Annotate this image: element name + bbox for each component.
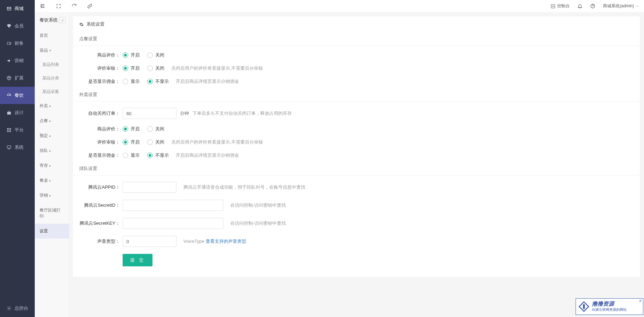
sub-item-ordering[interactable]: 点餐▸ — [35, 113, 69, 128]
control-icon — [551, 4, 555, 9]
row-takeout-product-review: 商品评价： 开启 关闭 — [73, 122, 640, 136]
sidebar-item-catering[interactable]: 餐饮 — [0, 87, 35, 104]
content-area: 系统设置 点餐设置 商品评价： 开启 关闭 评价审核： 开启 关闭 关闭后用户的… — [69, 12, 644, 317]
refresh-icon[interactable] — [72, 3, 77, 9]
form-hint: 在访问控制-访问密钥中查找 — [230, 202, 286, 208]
row-queue-appid: 腾讯云APPID： 腾讯云开通语音合成功能，用于排队叫号，在账号信息中查找 — [73, 178, 640, 196]
secretkey-input[interactable] — [123, 218, 223, 229]
auto-close-input[interactable] — [123, 108, 176, 119]
radio-show[interactable]: 显示 — [123, 78, 140, 85]
svg-rect-6 — [9, 130, 11, 132]
sidebar-item-system[interactable]: 系统 — [0, 139, 35, 156]
radio-open[interactable]: 开启 — [123, 139, 140, 145]
sub-item-print[interactable]: 餐厅区域打印 — [35, 203, 69, 224]
voicetype-input[interactable] — [123, 236, 176, 247]
fullscreen-icon[interactable] — [56, 3, 61, 9]
section-takeout-title: 外卖设置 — [73, 88, 640, 102]
sidebar-item-main-console[interactable]: 总控台 — [0, 300, 35, 317]
sidebar-item-label: 商城 — [15, 6, 24, 12]
voicetype-link[interactable]: 查看支持的声音类型 — [206, 239, 246, 244]
sub-item-promo[interactable]: 营销▸ — [35, 188, 69, 203]
sub-item-label: 菜品 — [40, 48, 48, 53]
section-queue-title: 排队设置 — [73, 162, 640, 175]
radio-icon — [123, 52, 128, 58]
sub-subitem-dish-list[interactable]: 菜品列表 — [35, 58, 69, 71]
sidebar-item-label: 营销 — [15, 58, 24, 64]
row-queue-secretid: 腾讯云SecretID： 在访问控制-访问密钥中查找 — [73, 196, 640, 214]
radio-icon — [147, 79, 153, 84]
form-label: 腾讯云SecretID： — [79, 202, 123, 208]
radio-open[interactable]: 开启 — [123, 126, 140, 132]
grid-icon — [6, 127, 12, 133]
mail-icon — [6, 6, 12, 11]
sub-item-label: 设置 — [40, 228, 48, 234]
sub-item-reservation[interactable]: 预定▸ — [35, 128, 69, 143]
radio-icon — [147, 153, 153, 158]
radio-icon — [123, 153, 128, 158]
watermark-title: 撸撸资源 — [592, 301, 627, 307]
radio-label: 开启 — [131, 52, 140, 58]
svg-rect-12 — [583, 304, 585, 309]
radio-show[interactable]: 显示 — [123, 152, 140, 158]
radio-close[interactable]: 关闭 — [147, 52, 164, 58]
sidebar-item-design[interactable]: 设计 — [0, 104, 35, 121]
sub-item-label: 排队 — [40, 148, 48, 154]
settings-panel: 系统设置 点餐设置 商品评价： 开启 关闭 评价审核： 开启 关闭 关闭后用户的… — [73, 16, 640, 277]
sub-item-tables[interactable]: 餐桌▸ — [35, 173, 69, 188]
sidebar-item-finance[interactable]: 财务 — [0, 35, 35, 52]
row-ordering-commission: 是否显示佣金： 显示 不显示 开启后商品详情页显示分销佣金 — [73, 75, 640, 88]
sub-subitem-dish-category[interactable]: 菜品分类 — [35, 71, 69, 85]
chevron-down-icon — [636, 5, 639, 8]
hint-prefix: VoiceType — [183, 239, 206, 244]
sub-item-storage[interactable]: 寄存▸ — [35, 158, 69, 173]
form-hint: 在访问控制-访问密钥中查找 — [230, 220, 286, 226]
sidebar-item-member[interactable]: 会员 — [0, 17, 35, 35]
row-takeout-review-audit: 评价审核： 开启 关闭 关闭后用户的评价将直接显示,不需要后台审核 — [73, 136, 640, 149]
sub-sidebar-collapse-icon[interactable]: « — [59, 17, 66, 23]
radio-close[interactable]: 关闭 — [147, 65, 164, 71]
sub-item-takeout[interactable]: 外卖▸ — [35, 98, 69, 113]
sidebar-item-extension[interactable]: 扩展 — [0, 69, 35, 87]
sub-item-queue[interactable]: 排队▸ — [35, 143, 69, 158]
secretid-input[interactable] — [123, 200, 223, 211]
caret-right-icon: ▸ — [49, 119, 51, 123]
sidebar-item-platform[interactable]: 平台 — [0, 121, 35, 139]
sub-item-label: 菜品列表 — [42, 62, 59, 67]
submit-button[interactable]: 提 交 — [123, 254, 152, 266]
form-label: 声音类型： — [79, 238, 123, 245]
sub-sidebar-title-row: 餐饮系统 « — [35, 12, 69, 28]
radio-hide[interactable]: 不显示 — [147, 78, 169, 85]
radio-label: 显示 — [131, 152, 140, 158]
sub-item-dishes[interactable]: 菜品▾ — [35, 43, 69, 58]
sidebar-item-marketing[interactable]: 营销 — [0, 52, 35, 69]
radio-open[interactable]: 开启 — [123, 52, 140, 58]
monitor-icon — [6, 145, 12, 150]
radio-close[interactable]: 关闭 — [147, 126, 164, 132]
notification-icon[interactable] — [577, 3, 583, 9]
radio-icon — [123, 126, 128, 132]
form-label: 评价审核： — [79, 65, 123, 71]
row-queue-voicetype: 声音类型： VoiceType 查看支持的声音类型 — [73, 232, 640, 250]
radio-close[interactable]: 关闭 — [147, 139, 164, 145]
svg-rect-5 — [7, 130, 9, 132]
radio-hide[interactable]: 不显示 — [147, 152, 169, 158]
radio-open[interactable]: 开启 — [123, 65, 140, 71]
appid-input[interactable] — [123, 182, 176, 193]
console-link[interactable]: 控制台 — [551, 3, 570, 9]
link-icon[interactable] — [87, 3, 92, 9]
radio-label: 关闭 — [155, 126, 164, 132]
section-ordering-title: 点餐设置 — [73, 32, 640, 46]
user-menu[interactable]: 商城系统(admin) — [603, 3, 639, 9]
menu-toggle-icon[interactable] — [40, 3, 46, 9]
svg-rect-7 — [7, 146, 11, 148]
help-icon[interactable] — [590, 3, 595, 9]
sidebar-item-mall[interactable]: 商城 — [0, 0, 35, 17]
sub-item-home[interactable]: 首页 — [35, 28, 69, 43]
radio-icon — [147, 52, 153, 58]
form-unit: 分钟 — [180, 110, 189, 117]
sub-item-settings[interactable]: 设置 — [35, 224, 69, 239]
sub-item-label: 菜品采集 — [42, 89, 59, 94]
sub-subitem-dish-collect[interactable]: 菜品采集 — [35, 85, 69, 98]
form-label: 腾讯云SecretKEY： — [79, 220, 123, 226]
sidebar-item-label: 系统 — [15, 144, 24, 151]
